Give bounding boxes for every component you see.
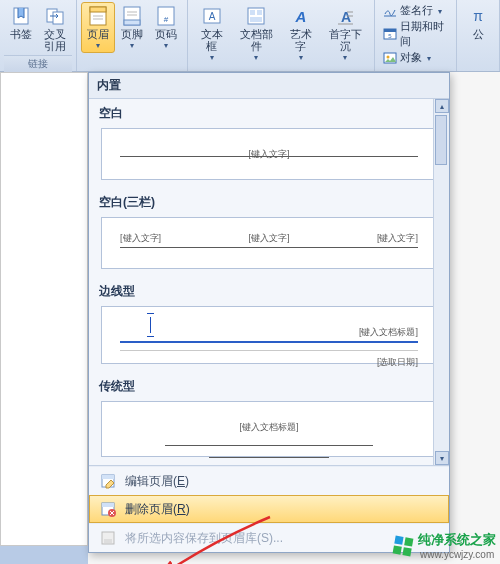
remove-header-label: 删除页眉(R) — [125, 501, 190, 518]
group-label-links: 链接 — [4, 55, 72, 73]
wordart-button[interactable]: A 艺术字 ▾ — [281, 2, 321, 65]
scroll-up-icon[interactable]: ▴ — [435, 99, 449, 113]
svg-rect-18 — [250, 17, 262, 22]
quickparts-icon — [245, 5, 267, 27]
sigline-button[interactable]: 签名行▾ — [383, 3, 448, 18]
preview-blank[interactable]: [键入文字] — [101, 128, 437, 180]
chevron-down-icon: ▾ — [299, 53, 303, 62]
svg-rect-26 — [384, 29, 396, 32]
datetime-icon: 5 — [383, 27, 397, 41]
svg-text:A: A — [294, 8, 306, 25]
watermark-url: www.ycwjzy.com — [420, 549, 496, 560]
section-blank: 空白 — [89, 99, 449, 126]
svg-rect-17 — [257, 10, 262, 15]
scroll-down-icon[interactable]: ▾ — [435, 451, 449, 465]
preview-blank3[interactable]: [键入文字] [键入文字] [键入文字] — [101, 217, 437, 269]
svg-text:A: A — [341, 9, 351, 25]
header-button[interactable]: 页眉 ▾ — [81, 2, 115, 53]
remove-header-item[interactable]: 删除页眉(R) — [89, 495, 449, 523]
preview-traditional[interactable]: [键入文档标题] — [101, 401, 437, 457]
section-sideline: 边线型 — [89, 277, 449, 304]
equation-button[interactable]: π 公 — [461, 2, 495, 43]
svg-point-29 — [386, 55, 389, 58]
bookmark-icon — [10, 5, 32, 27]
panel-heading-builtin: 内置 — [89, 73, 449, 99]
dropcap-button[interactable]: A 首字下沉 ▾ — [320, 2, 369, 65]
equation-icon: π — [467, 5, 489, 27]
svg-text:A: A — [208, 11, 215, 22]
header-icon — [87, 5, 109, 27]
panel-body: 空白 [键入文字] 空白(三栏) [键入文字] [键入文字] [键入文字] 边线… — [89, 99, 449, 465]
document-area[interactable] — [0, 72, 88, 564]
footer-button[interactable]: 页脚 ▾ — [115, 2, 149, 53]
chevron-down-icon: ▾ — [438, 7, 442, 16]
watermark-logo-icon — [393, 535, 414, 556]
svg-rect-8 — [124, 20, 140, 25]
pagenum-icon: # — [155, 5, 177, 27]
edit-header-label: 编辑页眉(E) — [125, 473, 189, 490]
chevron-down-icon: ▾ — [254, 53, 258, 62]
dropcap-icon: A — [334, 5, 356, 27]
chevron-down-icon: ▾ — [210, 53, 214, 62]
crossref-button[interactable]: 交叉 引用 — [38, 2, 72, 55]
svg-text:#: # — [164, 15, 169, 24]
svg-rect-4 — [90, 7, 106, 12]
chevron-down-icon: ▾ — [130, 41, 134, 50]
datetime-button[interactable]: 5日期和时间 — [383, 19, 448, 49]
save-selection-icon — [99, 529, 117, 547]
ribbon: 书签 交叉 引用 链接 页眉 ▾ 页脚 ▾ # 页码 ▾ — [0, 0, 500, 72]
header-gallery-panel: 内置 空白 [键入文字] 空白(三栏) [键入文字] [键入文字] [键入文字]… — [88, 72, 450, 553]
pagenum-button[interactable]: # 页码 ▾ — [149, 2, 183, 53]
watermark-brand: 纯净系统之家 — [418, 531, 496, 549]
textbox-button[interactable]: A 文本框 ▾ — [192, 2, 232, 65]
scrollbar[interactable]: ▴ ▾ — [433, 99, 449, 465]
scroll-thumb[interactable] — [435, 115, 447, 165]
svg-rect-2 — [53, 12, 63, 24]
chevron-down-icon: ▾ — [164, 41, 168, 50]
svg-rect-39 — [104, 539, 112, 543]
chevron-down-icon: ▾ — [427, 54, 431, 63]
watermark: 纯净系统之家 www.ycwjzy.com — [394, 531, 496, 560]
signature-icon — [383, 4, 397, 18]
svg-rect-32 — [102, 475, 114, 479]
preview-sideline[interactable]: [键入文档标题] [选取日期] — [101, 306, 437, 364]
svg-text:π: π — [473, 8, 483, 24]
chevron-down-icon: ▾ — [343, 53, 347, 62]
quickparts-button[interactable]: 文档部件 ▾ — [232, 2, 281, 65]
wordart-icon: A — [290, 5, 312, 27]
textbox-icon: A — [201, 5, 223, 27]
svg-rect-34 — [102, 503, 114, 507]
section-traditional: 传统型 — [89, 372, 449, 399]
edit-header-icon — [99, 472, 117, 490]
footer-icon — [121, 5, 143, 27]
object-button[interactable]: 对象▾ — [383, 50, 448, 65]
section-blank3: 空白(三栏) — [89, 188, 449, 215]
edit-header-item[interactable]: 编辑页眉(E) — [89, 466, 449, 495]
remove-header-icon — [99, 500, 117, 518]
save-header-label: 将所选内容保存到页眉库(S)... — [125, 530, 283, 547]
crossref-icon — [44, 5, 66, 27]
object-icon — [383, 51, 397, 65]
svg-rect-16 — [250, 10, 255, 15]
chevron-down-icon: ▾ — [96, 41, 100, 50]
bookmark-button[interactable]: 书签 — [4, 2, 38, 55]
